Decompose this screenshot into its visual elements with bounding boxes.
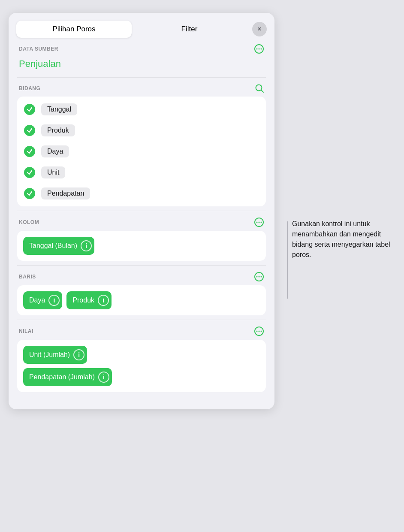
svg-point-3 bbox=[261, 48, 262, 50]
annotation-area: Gunakan kontrol ini untuk menambahkan da… bbox=[287, 219, 403, 299]
svg-point-9 bbox=[261, 222, 262, 223]
chip-pendapatan-jumlah[interactable]: Pendapatan (Jumlah) i bbox=[23, 368, 112, 386]
svg-point-17 bbox=[261, 331, 262, 332]
svg-point-15 bbox=[256, 331, 258, 332]
data-sumber-value: Penjualan bbox=[17, 57, 266, 73]
bidang-header: BIDANG bbox=[17, 84, 266, 93]
data-sumber-section: DATA SUMBER Penjualan bbox=[9, 44, 274, 73]
panel: Pilihan Poros Filter × DATA SUMBER Penju… bbox=[9, 13, 274, 409]
divider-1 bbox=[17, 77, 266, 78]
chip-unit-jumlah[interactable]: Unit (Jumlah) i bbox=[23, 346, 87, 364]
chip-daya-label: Daya bbox=[29, 296, 45, 304]
baris-section: BARIS Daya i Produk i bbox=[9, 272, 274, 315]
chip-daya[interactable]: Daya i bbox=[23, 291, 62, 309]
nilai-header: NILAI bbox=[17, 326, 266, 336]
kolom-chips-card: Tanggal (Bulan) i bbox=[17, 231, 266, 261]
annotation-text: Gunakan kontrol ini untuk menambahkan da… bbox=[292, 219, 403, 260]
divider-4 bbox=[17, 320, 266, 320]
field-item-produk[interactable]: Produk bbox=[17, 120, 266, 141]
divider-2 bbox=[17, 211, 266, 211]
tab-filter[interactable]: Filter bbox=[132, 21, 247, 38]
tab-bar: Pilihan Poros Filter × bbox=[9, 13, 274, 44]
svg-point-16 bbox=[259, 331, 260, 332]
close-button[interactable]: × bbox=[252, 22, 267, 36]
search-icon bbox=[255, 84, 264, 93]
svg-line-5 bbox=[261, 90, 263, 92]
bidang-search-button[interactable] bbox=[255, 84, 264, 93]
kolom-section: KOLOM Tanggal (Bulan) i bbox=[9, 217, 274, 261]
nilai-chips-card: Unit (Jumlah) i Pendapatan (Jumlah) i bbox=[17, 340, 266, 392]
data-sumber-title: DATA SUMBER bbox=[19, 46, 58, 52]
kolom-header: KOLOM bbox=[17, 217, 266, 227]
svg-point-13 bbox=[261, 276, 262, 278]
svg-point-8 bbox=[259, 222, 260, 223]
field-tag-tanggal: Tanggal bbox=[41, 103, 77, 115]
check-icon-produk bbox=[24, 125, 35, 136]
field-tag-pendapatan: Pendapatan bbox=[41, 187, 90, 200]
nilai-section: NILAI Unit (Jumlah) i Pendapatan (Jumlah… bbox=[9, 326, 274, 392]
chip-pendapatan-jumlah-label: Pendapatan (Jumlah) bbox=[29, 373, 95, 381]
check-icon-unit bbox=[24, 167, 35, 178]
field-item-pendapatan[interactable]: Pendapatan bbox=[17, 183, 266, 204]
svg-point-2 bbox=[259, 48, 260, 50]
chip-produk[interactable]: Produk i bbox=[66, 291, 112, 309]
chip-produk-label: Produk bbox=[72, 296, 94, 304]
baris-title: BARIS bbox=[19, 274, 36, 280]
more-circle-icon bbox=[254, 44, 264, 54]
field-list-card: Tanggal Produk Daya Unit bbox=[17, 97, 266, 206]
svg-point-7 bbox=[256, 222, 258, 223]
chip-unit-jumlah-info[interactable]: i bbox=[73, 349, 84, 360]
nilai-title: NILAI bbox=[19, 328, 33, 334]
field-item-daya[interactable]: Daya bbox=[17, 141, 266, 162]
nilai-more-button[interactable] bbox=[254, 326, 264, 336]
chip-tanggal-bulan[interactable]: Tanggal (Bulan) i bbox=[23, 237, 94, 255]
field-item-unit[interactable]: Unit bbox=[17, 162, 266, 183]
chip-unit-jumlah-label: Unit (Jumlah) bbox=[29, 351, 70, 359]
field-tag-daya: Daya bbox=[41, 145, 69, 157]
svg-point-1 bbox=[256, 48, 258, 50]
tab-pilihan-poros[interactable]: Pilihan Poros bbox=[16, 21, 132, 38]
annotation-line bbox=[287, 221, 288, 299]
field-item-tanggal[interactable]: Tanggal bbox=[17, 99, 266, 120]
nilai-more-icon bbox=[254, 326, 264, 336]
kolom-more-button[interactable] bbox=[254, 217, 264, 227]
bidang-section: BIDANG Tanggal Produk bbox=[9, 84, 274, 206]
bidang-title: BIDANG bbox=[19, 85, 40, 91]
chip-produk-info[interactable]: i bbox=[98, 295, 109, 306]
svg-point-11 bbox=[256, 276, 258, 278]
kolom-title: KOLOM bbox=[19, 219, 39, 225]
baris-chips-card: Daya i Produk i bbox=[17, 285, 266, 315]
check-icon-daya bbox=[24, 146, 35, 157]
field-tag-unit: Unit bbox=[41, 166, 65, 178]
baris-more-button[interactable] bbox=[254, 272, 264, 282]
field-tag-produk: Produk bbox=[41, 124, 75, 136]
chip-daya-info[interactable]: i bbox=[48, 295, 60, 306]
chip-tanggal-bulan-label: Tanggal (Bulan) bbox=[29, 242, 77, 250]
baris-more-icon bbox=[254, 272, 264, 282]
data-sumber-more-button[interactable] bbox=[254, 44, 264, 54]
kolom-more-icon bbox=[254, 217, 264, 227]
svg-point-12 bbox=[259, 276, 260, 278]
chip-tanggal-bulan-info[interactable]: i bbox=[81, 240, 92, 251]
data-sumber-header: DATA SUMBER bbox=[17, 44, 266, 54]
chip-pendapatan-jumlah-info[interactable]: i bbox=[98, 372, 109, 383]
check-icon-pendapatan bbox=[24, 188, 35, 199]
check-icon-tanggal bbox=[24, 104, 35, 115]
divider-3 bbox=[17, 265, 266, 266]
baris-header: BARIS bbox=[17, 272, 266, 282]
